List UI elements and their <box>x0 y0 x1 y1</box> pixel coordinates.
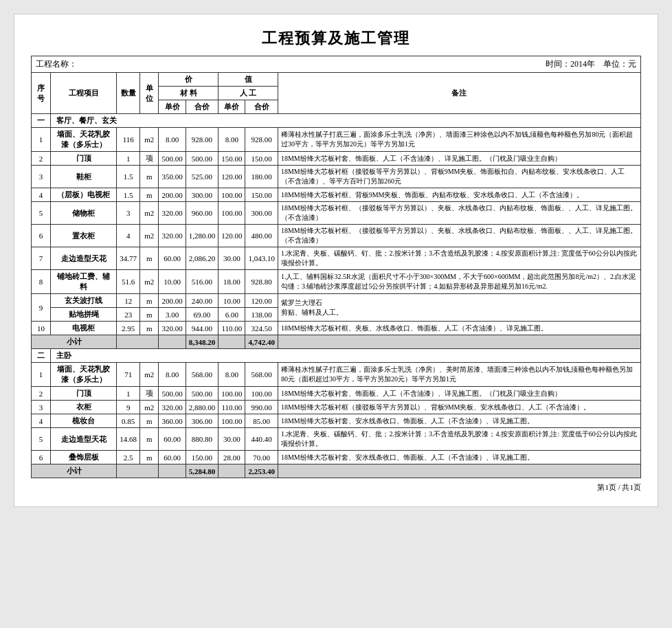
section-name: 主卧 <box>50 349 640 363</box>
item-name: 叠饰层板 <box>50 451 117 464</box>
header-seq: 序号 <box>32 73 51 114</box>
item-lab-total: 180.00 <box>245 166 278 188</box>
item-unit: m2 <box>140 270 159 294</box>
table-row: 8 铺地砖工费、辅料 51.6 m2 10.00 516.00 18.00 92… <box>32 270 641 294</box>
item-lab-unit: 8.00 <box>219 128 245 152</box>
item-seq: 8 <box>32 270 51 294</box>
item-lab-unit: 110.00 <box>219 322 245 335</box>
item-mat-total: 240.00 <box>186 294 219 308</box>
subtotal-spacer2 <box>159 335 186 349</box>
item-unit: m <box>140 188 159 202</box>
subtotal-row: 小计 8,348.20 4,742.40 <box>32 335 641 349</box>
item-name: 玄关波打线 <box>50 294 117 308</box>
table-body: 一 客厅、餐厅、玄关 1 墙面、天花乳胶漆（多乐士） 116 m2 8.00 9… <box>32 114 641 478</box>
item-lab-unit: 10.00 <box>219 294 245 308</box>
item-name: 走边造型天花 <box>50 428 117 451</box>
item-lab-total: 100.00 <box>245 387 278 401</box>
item-lab-unit: 8.00 <box>219 363 245 387</box>
header-value-group: 值 <box>219 73 278 87</box>
item-mat-unit: 320.00 <box>159 225 186 247</box>
item-mat-unit: 200.00 <box>159 294 186 308</box>
item-name: （层板）电视柜 <box>50 188 117 202</box>
item-quantity: 9 <box>117 401 140 414</box>
table-row: 6 叠饰层板 2.5 m 60.00 150.00 28.00 70.00 18… <box>32 451 641 464</box>
item-name: 鞋柜 <box>50 166 117 188</box>
header-price-group: 价 <box>159 73 219 87</box>
section-header-row: 一 客厅、餐厅、玄关 <box>32 114 641 128</box>
header-labor: 人 工 <box>219 87 278 100</box>
subtotal-mat: 5,284.80 <box>186 464 219 478</box>
item-quantity: 23 <box>117 308 140 322</box>
item-notes: 18MM纷绛大芯板衬套、安水线条收口、饰面板、人工（不含油漆）、详见施工图。 <box>278 414 640 428</box>
item-notes: 18MM纷绛大芯板衬框、（接驳板等平方另算以）、夹板、水线条收口、内贴布纹板、饰… <box>278 202 640 225</box>
item-lab-unit: 100.00 <box>219 414 245 428</box>
item-lab-total: 480.00 <box>245 225 278 247</box>
item-mat-unit: 320.00 <box>159 202 186 225</box>
item-seq: 5 <box>32 202 51 225</box>
item-lab-total: 150.00 <box>245 152 278 166</box>
item-notes: 1.人工、辅料国标32.5R水泥（面积尺寸不小于300×300MM，不大于600… <box>278 270 640 294</box>
header-unit: 单位 <box>140 73 159 114</box>
item-name: 走边造型天花 <box>50 247 117 270</box>
item-mat-total: 69.00 <box>186 308 219 322</box>
header-material: 材 料 <box>159 87 219 100</box>
item-unit: m <box>140 247 159 270</box>
item-quantity: 2.95 <box>117 322 140 335</box>
item-mat-total: 2,086.20 <box>186 247 219 270</box>
item-quantity: 1.5 <box>117 188 140 202</box>
subtotal-lab: 4,742.40 <box>245 335 278 349</box>
item-quantity: 12 <box>117 294 140 308</box>
subtotal-notes <box>278 335 640 349</box>
item-name: 门顶 <box>50 152 117 166</box>
item-unit: 项 <box>140 387 159 401</box>
item-mat-unit: 60.00 <box>159 428 186 451</box>
item-unit: m2 <box>140 202 159 225</box>
header-mat-unit: 单价 <box>159 100 186 114</box>
item-lab-total: 990.00 <box>245 401 278 414</box>
item-mat-total: 960.00 <box>186 202 219 225</box>
item-lab-total: 440.40 <box>245 428 278 451</box>
item-name: 衣柜 <box>50 401 117 414</box>
item-lab-total: 568.00 <box>245 363 278 387</box>
item-quantity: 3 <box>117 202 140 225</box>
item-seq: 4 <box>32 414 51 428</box>
item-mat-unit: 60.00 <box>159 247 186 270</box>
item-unit: m <box>140 294 159 308</box>
item-mat-unit: 350.00 <box>159 166 186 188</box>
item-mat-total: 525.00 <box>186 166 219 188</box>
item-lab-total: 324.50 <box>245 322 278 335</box>
table-row: 5 储物柜 3 m2 320.00 960.00 100.00 300.00 1… <box>32 202 641 225</box>
table-row: 2 门顶 1 项 500.00 500.00 100.00 100.00 18M… <box>32 387 641 401</box>
table-row: 4 （层板）电视柜 1.5 m 200.00 300.00 100.00 150… <box>32 188 641 202</box>
item-seq: 3 <box>32 401 51 414</box>
table-row: 5 走边造型天花 14.68 m 60.00 880.80 30.00 440.… <box>32 428 641 451</box>
item-mat-unit: 320.00 <box>159 322 186 335</box>
document-page: 工程预算及施工管理 工程名称： 时间：2014年 单位：元 序号 工程项目 数量… <box>14 14 658 507</box>
item-notes: 稀薄桂水性腻子打底三遍，面涂多乐士乳洗（净房）、美时简居漆、墙面漆三种涂色以内不… <box>278 363 640 387</box>
item-notes: 18MM纷绛大芯板衬框（接驳板等平方另算以）、背板9MM夹板、饰面板扣自、内贴布… <box>278 166 640 188</box>
section-id: 一 <box>32 114 51 128</box>
item-quantity: 34.77 <box>117 247 140 270</box>
item-lab-total: 70.00 <box>245 451 278 464</box>
subtotal-spacer <box>117 335 159 349</box>
item-unit: m2 <box>140 401 159 414</box>
item-mat-total: 500.00 <box>186 387 219 401</box>
item-lab-unit: 30.00 <box>219 428 245 451</box>
table-row: 7 走边造型天花 34.77 m 60.00 2,086.20 30.00 1,… <box>32 247 641 270</box>
item-mat-total: 2,880.00 <box>186 401 219 414</box>
table-row: 3 衣柜 9 m2 320.00 2,880.00 110.00 990.00 … <box>32 401 641 414</box>
item-seq: 7 <box>32 247 51 270</box>
header-mat-total: 合价 <box>186 100 219 114</box>
item-quantity: 0.85 <box>117 414 140 428</box>
item-name: 梳妆台 <box>50 414 117 428</box>
table-header-row-1: 序号 工程项目 数量 单位 价 值 备注 <box>32 73 641 87</box>
item-name: 铺地砖工费、辅料 <box>50 270 117 294</box>
item-quantity: 1 <box>117 152 140 166</box>
item-quantity: 14.68 <box>117 428 140 451</box>
meta-row: 工程名称： 时间：2014年 单位：元 <box>31 56 641 72</box>
item-quantity: 2.5 <box>117 451 140 464</box>
item-seq: 1 <box>32 128 51 152</box>
item-unit: m2 <box>140 363 159 387</box>
item-mat-unit: 60.00 <box>159 451 186 464</box>
item-lab-unit: 110.00 <box>219 401 245 414</box>
